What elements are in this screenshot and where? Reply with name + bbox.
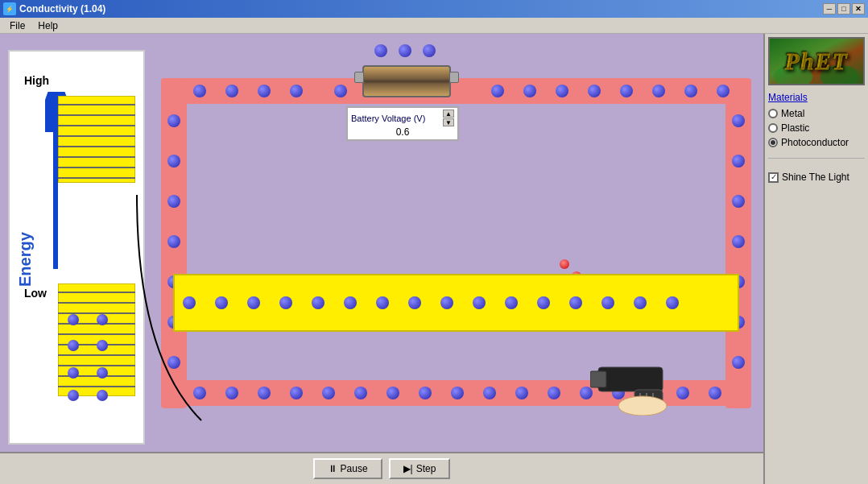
circuit-electron (732, 235, 745, 248)
band-electron (537, 296, 550, 309)
circuit-electron (193, 85, 206, 97)
circuit-electron (556, 85, 568, 97)
pause-button[interactable]: ⏸ Pause (313, 458, 382, 479)
circuit-electron (258, 85, 271, 97)
circuit-electron (588, 85, 601, 97)
phet-logo: PhET (768, 37, 865, 85)
circuit-electron (399, 44, 411, 57)
maximize-button[interactable]: □ (837, 3, 850, 14)
menubar: File Help (0, 18, 868, 34)
circuit-electron (732, 195, 745, 208)
svg-rect-9 (770, 38, 863, 85)
band-electron (473, 296, 486, 309)
flashlight (590, 343, 679, 416)
step-icon: ▶| (403, 463, 413, 474)
band-electron (344, 296, 357, 309)
circuit-electron (419, 387, 432, 399)
band-electron (634, 296, 647, 309)
plastic-radio[interactable] (768, 123, 778, 133)
electron-dot (68, 314, 79, 325)
window-title: Conductivity (1.04) (19, 3, 823, 14)
materials-label: Materials (768, 92, 865, 103)
band-electron (279, 296, 292, 309)
circuit-electron (374, 44, 387, 57)
circuit-electron (732, 114, 745, 127)
window-controls: ─ □ ✕ (823, 3, 865, 14)
titlebar: ⚡ Conductivity (1.04) ─ □ ✕ (0, 0, 868, 18)
circuit-electron (354, 387, 367, 399)
circuit-electron (290, 387, 303, 399)
band-electron (312, 296, 324, 309)
circuit-electron (491, 85, 504, 97)
circuit-electron (652, 85, 665, 97)
voltage-box: Battery Voltage (V) ▲ ▼ 0.6 (346, 106, 459, 141)
circuit-electron (548, 387, 560, 399)
band-electron (440, 296, 453, 309)
shine-section[interactable]: Shine The Light (768, 172, 865, 183)
main-layout: High Low Energy (0, 34, 868, 484)
energy-label: Energy (16, 100, 35, 419)
connection-curve (121, 195, 217, 452)
circuit-electron (483, 387, 496, 399)
band-electron (666, 296, 679, 309)
close-button[interactable]: ✕ (852, 3, 865, 14)
circuit-electron (225, 387, 238, 399)
battery (346, 58, 467, 105)
shine-checkbox[interactable] (768, 172, 779, 183)
voltage-down[interactable]: ▼ (443, 118, 454, 126)
circuit-electron (290, 85, 303, 97)
electron-dot (68, 367, 79, 379)
pause-icon: ⏸ (328, 463, 337, 474)
circuit-electron (717, 85, 730, 97)
electron-dot (97, 314, 108, 325)
high-label: High (24, 74, 49, 87)
band-electron (376, 296, 389, 309)
circuit-electron (709, 387, 721, 399)
materials-section: Materials Metal Plastic Photoconductor (768, 92, 865, 151)
photoconductor-band (173, 274, 739, 332)
circuit-electron (515, 387, 528, 399)
circuit-electron (167, 155, 180, 168)
step-button[interactable]: ▶| Step (389, 458, 451, 479)
circuit-electron (167, 114, 180, 127)
svg-rect-2 (598, 367, 663, 391)
electron-dot (97, 340, 108, 351)
photoconductor-label: Photoconductor (781, 137, 849, 148)
electron-dot (68, 340, 79, 351)
simulation-area: High Low Energy (0, 34, 763, 484)
voltage-label: Battery Voltage (V) (351, 114, 425, 123)
electron-dot (97, 390, 108, 401)
pause-label: Pause (341, 463, 368, 474)
svg-point-11 (820, 65, 859, 85)
voltage-up[interactable]: ▲ (443, 110, 454, 118)
separator (768, 158, 865, 159)
band-electron (505, 296, 518, 309)
metal-radio[interactable] (768, 109, 778, 118)
photon (560, 259, 569, 269)
band-electron (601, 296, 614, 309)
circuit-electron (322, 387, 335, 399)
app-icon: ⚡ (3, 2, 16, 15)
circuit-electron (620, 85, 633, 97)
circuit-electron (732, 356, 745, 369)
minimize-button[interactable]: ─ (823, 3, 836, 14)
circuit-electron (334, 85, 347, 97)
material-photoconductor-option[interactable]: Photoconductor (768, 137, 865, 148)
menu-file[interactable]: File (3, 19, 31, 33)
band-electron (247, 296, 260, 309)
canvas-area: High Low Energy (0, 34, 763, 452)
circuit-electron (684, 85, 697, 97)
circuit-electron (225, 85, 238, 97)
material-metal-option[interactable]: Metal (768, 108, 865, 119)
electron-dot (68, 390, 79, 401)
photoconductor-radio[interactable] (768, 138, 778, 147)
circuit-electron (258, 387, 271, 399)
circuit-electron (423, 44, 436, 57)
material-plastic-option[interactable]: Plastic (768, 122, 865, 134)
metal-label: Metal (781, 108, 804, 119)
plastic-label: Plastic (781, 122, 809, 134)
band-electron (569, 296, 582, 309)
svg-point-8 (618, 396, 667, 416)
menu-help[interactable]: Help (31, 19, 64, 33)
circuit-electron (451, 387, 464, 399)
